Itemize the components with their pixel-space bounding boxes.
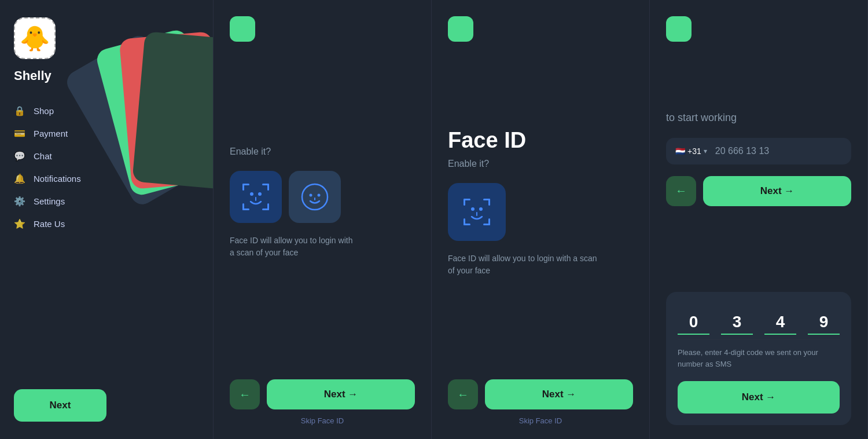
skip-faceid-panel2[interactable]: Skip Face ID (230, 416, 415, 425)
faceid-icon-row-panel2 (230, 171, 415, 223)
back-button-panel3[interactable]: ← (448, 379, 478, 409)
sidebar-label-shop: Shop (34, 106, 54, 116)
enable-label-panel3: Enable it? (448, 159, 633, 169)
svg-rect-7 (267, 203, 269, 210)
svg-rect-3 (267, 184, 269, 191)
green-dot-panel2 (230, 16, 255, 42)
sms-label: Please, enter 4-digit code we sent on yo… (678, 347, 840, 370)
svg-rect-20 (464, 218, 465, 225)
svg-rect-1 (242, 184, 244, 191)
country-code: +31 (687, 147, 701, 156)
payment-icon: 💳 (14, 128, 25, 139)
panel-phone-verification: to start working 🇳🇱 +31 ▾ 20 666 13 13 ←… (650, 0, 868, 439)
panel-sidebar: All WW 🐥 Shelly 🔒 Shop 💳 Payment 💬 Chat … (0, 0, 214, 439)
svg-point-24 (479, 207, 483, 211)
phone-number: 20 666 13 13 (715, 146, 842, 156)
svg-rect-16 (464, 199, 465, 206)
next-button-panel1[interactable]: Next (14, 389, 106, 422)
duck-icon: 🐥 (20, 24, 50, 53)
next-button-panel4[interactable]: Next → (703, 176, 851, 206)
btn-row-panel2: ← Next → (230, 379, 415, 409)
shop-icon: 🔒 (14, 105, 25, 116)
notifications-icon: 🔔 (14, 173, 25, 184)
star-icon: ⭐ (14, 218, 25, 229)
app-logo: 🐥 (14, 17, 56, 59)
svg-rect-18 (488, 199, 490, 206)
code-digits-row: 0 3 4 9 (678, 303, 840, 340)
back-button-panel2[interactable]: ← (230, 379, 260, 409)
digit-0[interactable]: 0 (678, 313, 709, 335)
svg-point-12 (310, 193, 312, 196)
chevron-down-icon[interactable]: ▾ (704, 147, 707, 155)
back-button-panel4[interactable]: ← (666, 176, 696, 206)
faceid-icon-box-2[interactable] (289, 171, 341, 223)
sidebar-label-notifications: Notifications (34, 174, 81, 184)
faceid-icon-row-panel3 (448, 183, 633, 241)
sidebar-label-payment: Payment (34, 129, 68, 138)
faceid-description-panel2: Face ID will allow you to login with a s… (230, 235, 357, 259)
btn-row-phone: ← Next → (666, 176, 851, 206)
digit-1[interactable]: 3 (721, 313, 753, 335)
svg-point-13 (318, 193, 321, 196)
to-start-label: to start working (666, 112, 851, 124)
panel-faceid-dim: Enable it? (214, 0, 432, 439)
green-dot-panel3 (448, 16, 473, 42)
next-button-panel2[interactable]: Next → (267, 379, 415, 409)
svg-point-9 (258, 192, 262, 196)
green-dot-panel4 (666, 16, 692, 42)
next-button-panel3[interactable]: Next → (485, 379, 633, 409)
flag-badge: 🇳🇱 +31 ▾ (675, 147, 707, 156)
faceid-icon-box-panel3[interactable] (448, 183, 506, 241)
faceid-content-panel2: Enable it? (230, 42, 415, 379)
svg-rect-5 (242, 203, 244, 210)
svg-rect-22 (488, 218, 490, 225)
svg-point-23 (471, 207, 475, 211)
fan-card-4 (132, 31, 214, 189)
sidebar-label-chat: Chat (34, 151, 52, 161)
phone-row: 🇳🇱 +31 ▾ 20 666 13 13 (666, 138, 851, 164)
settings-icon: ⚙️ (14, 196, 25, 207)
faceid-title: Face ID (448, 128, 633, 153)
next-button-sms[interactable]: Next → (678, 381, 840, 414)
phone-main-content: to start working 🇳🇱 +31 ▾ 20 666 13 13 ←… (666, 42, 851, 287)
skip-faceid-panel3[interactable]: Skip Face ID (448, 416, 633, 425)
svg-point-11 (302, 184, 328, 210)
face-scan-icon-1 (240, 181, 271, 213)
flag-icon: 🇳🇱 (675, 147, 685, 156)
fan-cards-decoration: All WW (109, 35, 214, 266)
chat-icon: 💬 (14, 151, 25, 162)
svg-point-8 (250, 192, 253, 196)
sidebar-label-rateus: Rate Us (34, 219, 65, 229)
sms-verification-section: 0 3 4 9 Please, enter 4-digit code we se… (666, 292, 851, 425)
face-scan-icon-2 (299, 181, 330, 213)
faceid-icon-box-1[interactable] (230, 171, 282, 223)
btn-row-panel3: ← Next → (448, 379, 633, 409)
face-scan-icon-panel3 (461, 196, 492, 228)
sidebar-label-settings: Settings (34, 196, 65, 206)
faceid-content-panel3: Face ID Enable it? (448, 42, 633, 379)
digit-2[interactable]: 4 (764, 313, 796, 335)
enable-label-panel2: Enable it? (230, 147, 415, 157)
panel-faceid-main: Face ID Enable it? (432, 0, 650, 439)
faceid-description-panel3: Face ID will allow you to login with a s… (448, 253, 598, 277)
digit-3[interactable]: 9 (808, 313, 840, 335)
